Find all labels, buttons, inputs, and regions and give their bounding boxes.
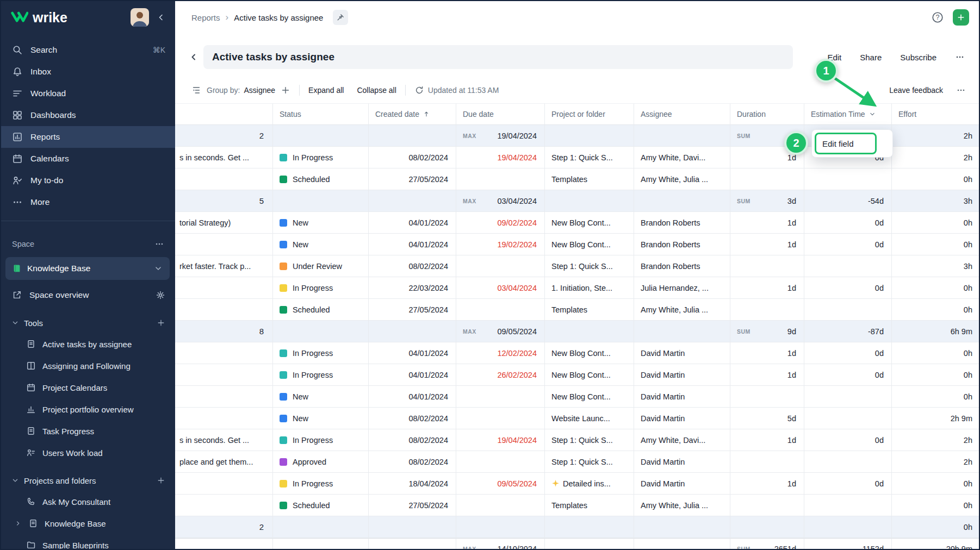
duration: 1d [730, 429, 804, 451]
expand-all-button[interactable]: Expand all [308, 86, 344, 95]
add-group-by-button[interactable] [281, 85, 290, 95]
group-row[interactable]: 2 0h [175, 516, 980, 538]
duration [730, 386, 804, 408]
task-row[interactable]: New 08/02/2024 Website Launc... David Ma… [175, 408, 980, 429]
add-tool-icon[interactable] [157, 318, 165, 327]
cell-assignee [634, 125, 730, 147]
sidebar-item-active-tasks-by-assignee[interactable]: Active tasks by assignee [0, 333, 175, 355]
sidebar-item-project-calendars[interactable]: Project Calendars [0, 377, 175, 398]
group-by-value[interactable]: Assignee [244, 86, 275, 95]
sidebar-item-search[interactable]: Search ⌘K [0, 39, 175, 61]
subscribe-button[interactable]: Subscribe [900, 53, 936, 62]
shortcut-hint: ⌘K [153, 46, 165, 54]
space-overview-item[interactable]: Space overview [0, 284, 175, 306]
share-button[interactable]: Share [860, 53, 882, 62]
space-more-icon[interactable] [154, 239, 164, 249]
toolbar: Group by: Assignee Expand all Collapse a… [175, 79, 980, 101]
project-folder: Detailed ins... [545, 473, 634, 495]
cell-assignee [634, 538, 730, 550]
sidebar-item-more[interactable]: More [0, 191, 175, 213]
create-button[interactable] [953, 9, 969, 26]
sidebar-item-project-portfolio-overview[interactable]: Project portfolio overview [0, 398, 175, 420]
sidebar-item-ask-my-consultant[interactable]: Ask My Consultant [0, 491, 175, 512]
sidebar-item-assigning-and-following[interactable]: Assigning and Following [0, 355, 175, 377]
toolbar-right: Leave feedback [889, 85, 966, 95]
status-chip [280, 458, 287, 466]
status-chip [280, 241, 287, 248]
task-row[interactable]: Scheduled 27/05/2024 Templates Amy White… [175, 299, 980, 321]
gear-icon[interactable] [156, 290, 165, 300]
add-project-icon[interactable] [157, 476, 165, 485]
sidebar-item-inbox[interactable]: Inbox [0, 61, 175, 83]
group-row[interactable]: 8 MAX09/05/2024 SUM9d -87d 6h 9m [175, 321, 980, 342]
task-row[interactable]: In Progress 22/03/2024 03/04/2024 1. Ini… [175, 277, 980, 299]
calendar-icon [26, 383, 36, 392]
sidebar-item-reports[interactable]: Reports [0, 126, 175, 148]
back-button[interactable] [188, 52, 199, 62]
projects-section-header[interactable]: Projects and folders [0, 470, 175, 491]
task-row[interactable]: New 04/01/2024 19/02/2024 New Blog Cont.… [175, 234, 980, 255]
status-chip [280, 415, 287, 422]
breadcrumb-current: Active tasks by assignee [234, 13, 323, 22]
column-header-name[interactable] [175, 103, 273, 125]
collapse-all-button[interactable]: Collapse all [357, 86, 396, 95]
sidebar-item-my-todo[interactable]: My to-do [0, 170, 175, 191]
cell-created [369, 321, 456, 342]
avatar[interactable] [131, 8, 149, 27]
help-button[interactable]: ? [931, 11, 944, 24]
created-date: 04/01/2024 [369, 212, 456, 234]
task-row[interactable]: s in seconds. Get ... In Progress 08/02/… [175, 429, 980, 451]
group-row[interactable]: 5 MAX03/04/2024 SUM3d -54d 3h [175, 190, 980, 212]
wrike-logo[interactable]: wrike [11, 10, 124, 26]
created-date: 04/01/2024 [369, 234, 456, 255]
column-header-effort[interactable]: Effort [892, 103, 980, 125]
toolbar-more-button[interactable] [956, 85, 966, 95]
task-row[interactable]: place and get them... Approved 08/02/202… [175, 451, 980, 473]
chevron-down-icon [153, 264, 163, 273]
sidebar-item-sample-blueprints[interactable]: Sample Blueprints [0, 534, 175, 550]
column-header-estimation[interactable]: Estimation Time [804, 103, 892, 125]
task-row[interactable]: In Progress 18/04/2024 09/05/2024 Detail… [175, 473, 980, 495]
column-header-project[interactable]: Project or folder [545, 103, 634, 125]
column-header-duration[interactable]: Duration [730, 103, 804, 125]
project-folder: New Blog Cont... [545, 386, 634, 408]
total-row[interactable]: MAX14/10/2024 SUM2651d -1152d 20h 9m [175, 538, 980, 550]
column-header-status[interactable]: Status [273, 103, 369, 125]
task-row[interactable]: In Progress 04/01/2024 12/02/2024 New Bl… [175, 342, 980, 364]
max-label: MAX [463, 198, 476, 204]
sidebar-item-knowledge-base[interactable]: Knowledge Base [0, 512, 175, 534]
task-row[interactable]: New 04/01/2024 New Blog Cont... David Ma… [175, 386, 980, 408]
sidebar-item-users-work-load[interactable]: Users Work load [0, 442, 175, 464]
sidebar-item-task-progress[interactable]: Task Progress [0, 420, 175, 442]
sidebar-item-dashboards[interactable]: Dashboards [0, 104, 175, 126]
task-row[interactable]: In Progress 04/01/2024 26/02/2024 New Bl… [175, 364, 980, 386]
status-chip [280, 176, 287, 183]
task-row[interactable]: Scheduled 27/05/2024 Templates Amy White… [175, 168, 980, 190]
task-row[interactable]: torial Strategy) New 04/01/2024 09/02/20… [175, 212, 980, 234]
assignee: David Martin [634, 473, 730, 495]
pin-button[interactable] [333, 10, 348, 25]
collapse-sidebar-icon[interactable] [156, 12, 166, 23]
edit-field-menu-item[interactable]: Edit field [815, 133, 877, 154]
sidebar-item-workload[interactable]: Workload [0, 83, 175, 104]
space-selector[interactable]: Knowledge Base [5, 257, 170, 280]
estimation [804, 451, 892, 473]
column-header-assignee[interactable]: Assignee [634, 103, 730, 125]
refresh-icon[interactable] [414, 85, 424, 95]
due-date [456, 451, 545, 473]
report-title-input[interactable]: Active tasks by assignee [203, 45, 793, 69]
task-row[interactable]: Scheduled 27/05/2024 Templates Amy White… [175, 495, 980, 516]
task-row[interactable]: rket faster. Track p... Under Review 08/… [175, 255, 980, 277]
cell-project [545, 321, 634, 342]
title-more-button[interactable] [955, 52, 965, 62]
leave-feedback-button[interactable]: Leave feedback [889, 86, 943, 95]
tools-section-header[interactable]: Tools [0, 312, 175, 333]
estimation: 0d [804, 429, 892, 451]
status-chip [280, 306, 287, 314]
duration: 5d [730, 408, 804, 429]
column-header-due[interactable]: Due date [456, 103, 545, 125]
column-header-created[interactable]: Created date [369, 103, 456, 125]
project-folder: Step 1: Quick S... [545, 147, 634, 168]
sidebar-item-calendars[interactable]: Calendars [0, 148, 175, 170]
breadcrumb-reports[interactable]: Reports [191, 13, 220, 22]
